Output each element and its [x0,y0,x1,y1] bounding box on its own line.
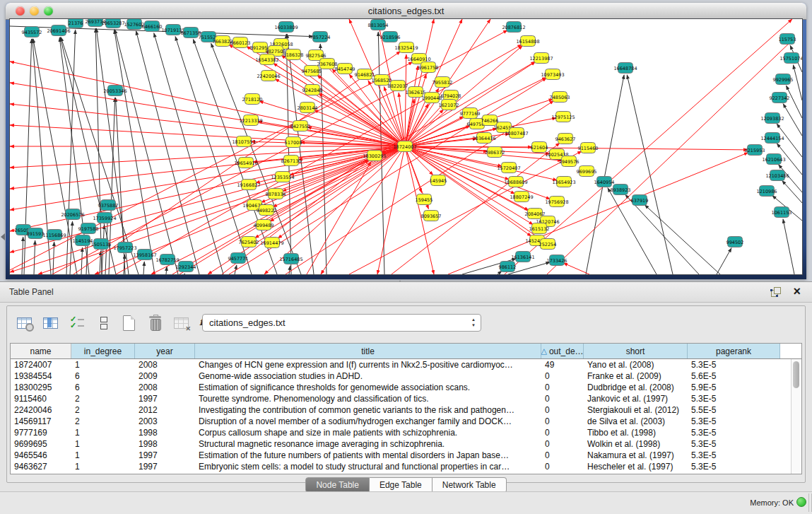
graph-node[interactable]: 1640954 [594,177,615,187]
graph-node[interactable]: 8267130 [281,156,302,166]
tab-edge-table[interactable]: Edge Table [370,477,433,493]
new-column-icon[interactable] [120,314,139,332]
column-header-title[interactable]: title [195,344,541,358]
graph-node[interactable]: 13654923 [552,177,575,187]
table-settings-icon[interactable] [16,314,34,332]
graph-node[interactable]: 19756928 [545,197,568,207]
graph-node[interactable]: 986112 [499,262,517,272]
graph-node[interactable]: 6961758 [418,62,439,73]
graph-node[interactable]: 7857224 [310,32,331,42]
graph-node[interactable]: 13958167 [133,250,156,260]
graph-node[interactable]: 1292344 [176,262,196,272]
graph-node[interactable]: 19166827 [237,180,260,190]
graph-node[interactable]: 8938923 [611,185,631,195]
table-row[interactable]: 911546021997Tourette syndrome. Phenomeno… [11,393,801,404]
column-header-name[interactable]: name [11,344,71,358]
graph-node[interactable]: 16782759 [155,255,179,265]
column-header-year[interactable]: year [135,344,195,358]
graph-node[interactable]: 20876812 [502,22,525,33]
column-header-out_de[interactable]: △out_de… [541,344,584,358]
graph-node[interactable]: 4099489 [254,220,274,230]
network-graph[interactable]: 9435572206914062137626937141065328715276… [10,19,802,274]
graph-node[interactable]: 1061153 [772,207,792,218]
table-row[interactable]: 2242004622012Investigating the contribut… [11,404,801,416]
graph-node[interactable]: 7955812 [433,77,453,88]
graph-node[interactable]: 7485063 [550,92,570,103]
tab-network-table[interactable]: Network Table [433,477,507,493]
column-edit-icon[interactable]: ✓✓ [68,314,86,332]
graph-node[interactable]: 115753 [779,34,796,45]
float-panel-icon[interactable] [771,287,781,297]
graph-node[interactable]: 2803144 [298,103,318,113]
network-canvas[interactable]: 9435572206914062137626937141065328715276… [10,19,802,274]
graph-node[interactable]: 1145194 [73,235,93,246]
table-mode-icon[interactable] [94,314,112,332]
graph-node[interactable]: 9498222 [257,205,277,216]
graph-node[interactable]: 2718120 [242,94,263,105]
graph-node[interactable]: 7986372 [485,147,505,158]
node-table[interactable]: namein_degreeyeartitle△out_de…shortpager… [10,343,802,474]
graph-node[interactable]: 8813054 [368,20,389,30]
graph-node[interactable]: 1949576 [559,156,579,167]
graph-node[interactable]: 12213987 [529,53,553,64]
graph-node[interactable]: 1505135 [91,239,112,250]
column-header-in_degree[interactable]: in_degree [71,344,135,358]
graph-node[interactable]: 9242848 [302,85,323,95]
graph-node[interactable]: 12353554 [271,172,294,182]
table-row[interactable]: 1830029562008Estimation of significance … [11,382,801,393]
graph-node[interactable]: 16154808 [516,36,539,47]
window-titlebar[interactable]: citations_edges.txt [6,3,806,20]
graph-node[interactable]: 145945 [430,175,447,186]
delete-table-icon[interactable]: ✕ [172,314,191,332]
graph-node[interactable]: 1990448 [422,93,442,103]
graph-node[interactable]: 20364436 [472,133,495,144]
table-scrollbar[interactable] [791,359,801,474]
graph-node[interactable]: 9115460 [578,143,599,153]
graph-node[interactable]: 16033809 [274,22,298,33]
graph-node[interactable]: 9463627 [555,134,576,144]
table-row[interactable]: 977716911998Corpus callosum shape and si… [11,427,801,438]
close-panel-icon[interactable]: × [793,284,801,299]
graph-node[interactable]: 16136141 [511,252,534,262]
graph-node[interactable]: 16648784 [613,63,637,74]
table-row[interactable]: 1872400712008Changes of HCN gene express… [11,359,801,370]
graph-node[interactable]: 17957223 [113,243,136,253]
graph-node[interactable]: 6466160 [142,21,163,32]
graph-node[interactable]: 517008 [285,137,302,148]
tab-node-table[interactable]: Node Table [305,477,370,493]
graph-node[interactable]: 15751074 [779,53,802,64]
graph-node[interactable]: 8660123 [230,37,251,48]
column-header-pagerank[interactable]: pagerank [688,344,780,358]
graph-node[interactable]: 12975125 [551,112,575,122]
table-row[interactable]: 1456911722003Disruption of a novel membe… [11,416,801,427]
graph-node[interactable]: 9475685 [302,66,322,76]
graph-node[interactable]: 8215953 [745,145,765,156]
graph-node[interactable]: 637919 [631,195,649,206]
graph-node[interactable]: 1210986 [757,186,777,197]
graph-node[interactable]: 21376 [69,19,83,28]
graph-node[interactable]: 9218596 [380,32,401,42]
graph-node[interactable]: 9457771 [228,253,249,264]
graph-node[interactable]: 8878334 [266,189,286,199]
graph-node[interactable]: 9929965 [773,74,794,85]
show-columns-icon[interactable] [42,314,60,332]
graph-node[interactable]: 9375887 [98,200,119,211]
graph-node[interactable]: 10653287 [101,19,124,28]
graph-node[interactable]: 9435572 [22,27,42,37]
graph-node[interactable]: 10688609 [504,177,527,187]
graph-node[interactable]: 8186328 [283,49,304,60]
graph-node[interactable]: 12103486 [765,170,789,181]
graph-node[interactable]: 252254 [539,239,557,250]
graph-node[interactable]: 746266 [481,115,499,126]
table-row[interactable]: 946362711997Embryonic stem cells: a mode… [11,461,801,472]
graph-node[interactable]: 9197588 [78,223,99,234]
graph-node[interactable]: 16210643 [762,154,785,165]
graph-node[interactable]: 891593 [27,228,45,239]
graph-node[interactable]: 1733426 [547,255,567,266]
graph-node[interactable]: 9777169 [460,108,481,119]
graph-node[interactable]: 621604 [531,142,548,153]
table-row[interactable]: 946554611997Estimation of the future num… [11,450,801,461]
graph-node[interactable]: 9227342 [770,93,790,103]
column-header-short[interactable]: short [584,344,688,358]
graph-node[interactable]: 17359924 [93,213,116,223]
